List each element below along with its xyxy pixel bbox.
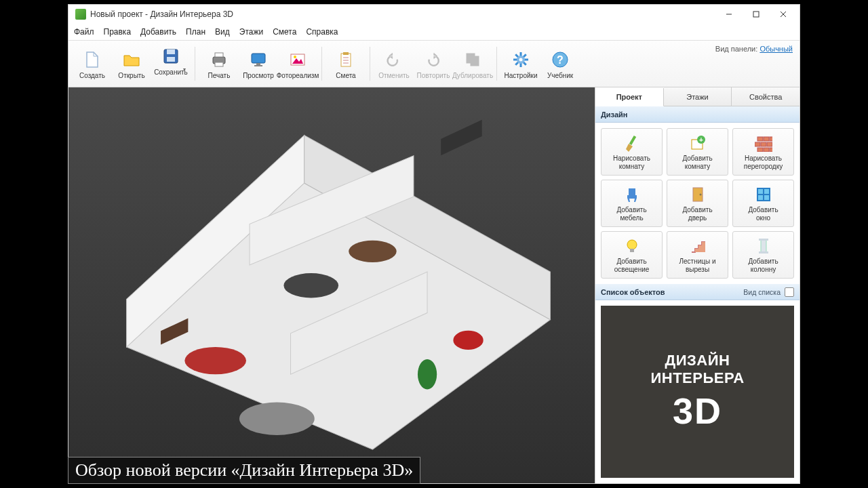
svg-text:+: +	[699, 136, 703, 144]
svg-rect-70	[761, 240, 766, 252]
svg-point-43	[239, 403, 315, 435]
side-tabs: ПроектЭтажиСвойства	[595, 87, 800, 106]
application-window: Новый проект - Дизайн Интерьера 3D ФайлП…	[68, 4, 800, 484]
menu-Справка[interactable]: Справка	[306, 27, 338, 37]
side-panel: ПроектЭтажиСвойства Дизайн Нарисоватьком…	[595, 87, 800, 483]
menu-План[interactable]: План	[186, 27, 205, 37]
stairs-icon	[688, 237, 707, 256]
svg-rect-56	[770, 137, 772, 141]
svg-rect-50	[629, 136, 635, 145]
addroom-icon: +	[688, 134, 707, 152]
toolbar-label: Повторить	[417, 72, 450, 79]
toolbar-save-button[interactable]: Сохранить▾	[151, 43, 191, 85]
toolbar-photoreal-button[interactable]: Фотореализм	[278, 43, 317, 85]
svg-point-33	[519, 58, 523, 61]
svg-point-47	[418, 359, 437, 389]
svg-rect-59	[767, 142, 772, 146]
toolbar-undo-button: Отменить	[374, 43, 414, 85]
tab-Этажи[interactable]: Этажи	[664, 87, 732, 106]
toolbar-label: Дублировать	[452, 72, 493, 79]
toolbar-label: Настройки	[504, 72, 537, 79]
svg-point-46	[283, 273, 338, 298]
bulb-icon	[623, 237, 642, 256]
svg-rect-6	[167, 57, 175, 62]
toolbar-estimate-button[interactable]: Смета	[326, 43, 366, 85]
door-icon	[688, 185, 707, 204]
toolbar-preview-button[interactable]: Просмотр	[239, 43, 278, 85]
design-tools-grid: Нарисоватькомнату+ДобавитькомнатуНарисов…	[595, 123, 800, 284]
svg-rect-71	[759, 239, 768, 241]
toolbar-create-button[interactable]: Создать	[73, 43, 112, 85]
tool-stairs[interactable]: Лестницы ивырезы	[667, 231, 728, 279]
tool-add-door[interactable]: Добавитьдверь	[667, 180, 728, 227]
objects-section-header: Список объектов Вид списка	[595, 284, 800, 300]
svg-rect-12	[254, 65, 262, 66]
toolbar-label: Смета	[336, 72, 355, 79]
menu-Этажи[interactable]: Этажи	[239, 27, 263, 37]
toolbar-label: Открыть	[118, 72, 144, 79]
svg-point-45	[349, 241, 397, 262]
minimize-button[interactable]	[715, 5, 743, 24]
toolbar-open-button[interactable]: Открыть	[112, 43, 151, 85]
svg-rect-55	[764, 137, 769, 141]
viewport-3d[interactable]	[68, 87, 595, 483]
menu-Правка[interactable]: Правка	[104, 27, 132, 37]
toolbar-label: Отменить	[378, 72, 410, 79]
menu-Вид[interactable]: Вид	[215, 27, 230, 37]
toolbar-label: Создать	[79, 72, 105, 79]
svg-rect-62	[770, 148, 772, 152]
tool-draw-wall[interactable]: Нарисоватьперегородку	[732, 128, 794, 176]
close-button[interactable]	[770, 5, 797, 24]
undo-icon	[383, 49, 405, 70]
copy-icon	[462, 49, 484, 70]
menu-Добавить[interactable]: Добавить	[140, 27, 176, 37]
file-icon	[81, 49, 103, 70]
app-icon	[75, 9, 86, 20]
menu-Смета[interactable]: Смета	[273, 27, 296, 37]
panel-mode-link[interactable]: Обычный	[760, 45, 793, 53]
list-view-mode[interactable]: Вид списка	[743, 288, 781, 296]
titlebar: Новый проект - Дизайн Интерьера 3D	[68, 5, 800, 24]
objects-list: ДИЗАЙН ИНТЕРЬЕРА 3D	[595, 300, 800, 483]
toolbar-settings-button[interactable]: Настройки	[501, 43, 540, 85]
menu-Файл[interactable]: Файл	[74, 27, 94, 37]
svg-rect-10	[252, 54, 265, 63]
toolbar-label: Учебник	[547, 72, 573, 79]
list-view-icon[interactable]	[785, 287, 794, 297]
menubar: ФайлПравкаДобавитьПланВидЭтажиСметаСправ…	[68, 24, 800, 40]
tool-add-room[interactable]: +Добавитькомнату	[667, 128, 728, 176]
tab-Свойства[interactable]: Свойства	[732, 87, 800, 106]
redo-icon	[422, 49, 444, 70]
svg-rect-60	[757, 148, 763, 152]
tool-column[interactable]: Добавитьколонну	[732, 231, 794, 279]
clipboard-icon	[335, 49, 357, 70]
video-caption: Обзор новой версии «Дизайн Интерьера 3D»	[68, 457, 420, 484]
svg-rect-61	[764, 148, 769, 152]
floppy-icon	[160, 45, 182, 67]
toolbar-duplicate-button: Дублировать	[453, 43, 492, 85]
tool-add-furniture[interactable]: Добавитьмебель	[601, 180, 663, 227]
toolbar-help-button[interactable]: ?Учебник	[540, 43, 580, 85]
tool-add-window[interactable]: Добавитьокно	[732, 180, 794, 227]
svg-point-68	[627, 240, 637, 249]
tool-draw-room[interactable]: Нарисоватькомнату	[601, 128, 663, 176]
content: ПроектЭтажиСвойства Дизайн Нарисоватьком…	[68, 87, 800, 483]
tab-Проект[interactable]: Проект	[595, 88, 664, 106]
design-section-header: Дизайн	[595, 106, 800, 123]
toolbar-label: Печать	[208, 72, 231, 79]
svg-rect-17	[343, 52, 349, 55]
maximize-button[interactable]	[743, 5, 770, 24]
svg-rect-54	[757, 137, 763, 141]
window-icon	[754, 185, 773, 204]
toolbar: СоздатьОткрытьСохранить▾ПечатьПросмотрФо…	[68, 40, 800, 87]
column-icon	[754, 237, 773, 256]
panel-mode: Вид панели: Обычный	[715, 45, 793, 53]
toolbar-label: Фотореализм	[277, 72, 319, 79]
tool-add-light[interactable]: Добавитьосвещение	[601, 231, 663, 279]
svg-rect-8	[215, 53, 223, 57]
window-title: Новый проект - Дизайн Интерьера 3D	[90, 9, 233, 19]
toolbar-label: Просмотр	[243, 72, 274, 79]
toolbar-redo-button: Повторить	[414, 43, 453, 85]
bricks-icon	[754, 134, 773, 152]
toolbar-print-button[interactable]: Печать	[199, 43, 239, 85]
